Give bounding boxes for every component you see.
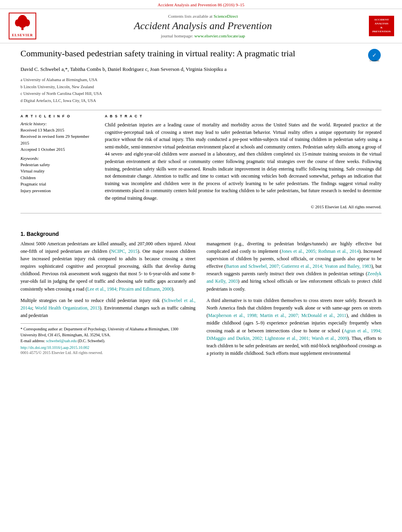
email-link[interactable]: schwebel@uab.edu: [46, 339, 77, 343]
journal-reference: Accident Analysis and Prevention 86 (201…: [0, 0, 402, 9]
right-para-2: A third alternative is to train children…: [207, 297, 382, 358]
journal-logo: ACCIDENT ANALYSIS & PREVENTION: [369, 16, 394, 36]
copyright-line: © 2015 Elsevier Ltd. All rights reserved…: [105, 204, 382, 209]
doi-link[interactable]: http://dx.doi.org/10.1016/j.aap.2015.10.…: [20, 345, 89, 350]
abstract-label: A B S T R A C T: [105, 114, 382, 118]
affiliation-a: a University of Alabama at Birmingham, U…: [20, 77, 382, 83]
journal-header: ELSEVIER Contents lists available at Sci…: [0, 9, 402, 43]
section-1-heading: 1. Background: [20, 231, 382, 237]
article-header-section: Community-based pedestrian safety traini…: [0, 43, 402, 224]
barton-link[interactable]: Barton and Schwebel, 2007; Gutierrez et …: [226, 263, 371, 269]
keyword-1: Pedestrian safety: [20, 161, 95, 168]
section-1-text: Almost 5000 American pedestrians are kil…: [20, 240, 382, 361]
footnote-divider: [20, 323, 91, 324]
issn-line: 0001-4575/© 2015 Elsevier Ltd. All right…: [20, 350, 195, 355]
crossmark-badge: ✓ CrossMark: [367, 48, 382, 62]
svg-point-2: [15, 19, 21, 26]
keyword-4: Pragmatic trial: [20, 181, 95, 187]
article-info-abstract: A R T I C L E I N F O Article history: R…: [20, 114, 382, 209]
article-info-label: A R T I C L E I N F O: [20, 114, 95, 118]
journal-title-area: Contents lists available at ScienceDirec…: [40, 12, 366, 40]
keyword-2: Virtual reality: [20, 168, 95, 174]
accepted-date: Accepted 1 October 2015: [20, 146, 95, 153]
elsevier-logo: ELSEVIER: [5, 12, 40, 40]
doi-line: http://dx.doi.org/10.1016/j.aap.2015.10.…: [20, 345, 195, 350]
history-label: Article history:: [20, 121, 95, 126]
received-date: Received 13 March 2015: [20, 127, 95, 133]
left-para-1: Almost 5000 American pedestrians are kil…: [20, 240, 195, 293]
journal-homepage-line: journal homepage: www.elsevier.com/locat…: [44, 33, 362, 38]
ncipc-link[interactable]: NCIPC, 2015: [111, 248, 138, 254]
email-note: E-mail address: schwebel@uab.edu (D.C. S…: [20, 338, 195, 344]
svg-text:CrossMark: CrossMark: [370, 59, 380, 62]
svg-point-3: [24, 19, 30, 26]
right-para-1: management (e.g., diverting to pedestria…: [207, 240, 382, 293]
keywords-label: Keywords:: [20, 156, 95, 161]
crossmark-icon: ✓ CrossMark: [367, 48, 382, 62]
zeedyk-link[interactable]: Zeedyk and Kelly, 2003: [207, 271, 382, 284]
abstract-column: A B S T R A C T Child pedestrian injurie…: [105, 114, 382, 209]
article-info-column: A R T I C L E I N F O Article history: R…: [20, 114, 95, 209]
title-row: Community-based pedestrian safety traini…: [20, 48, 382, 62]
svg-rect-4: [22, 26, 23, 30]
left-column: Almost 5000 American pedestrians are kil…: [20, 240, 195, 361]
agran-link[interactable]: Agran et al., 1994; DiMaggio and Durkin,…: [207, 328, 382, 341]
revised-date: Received in revised form 29 September 20…: [20, 133, 95, 146]
journal-logo-box: ACCIDENT ANALYSIS & PREVENTION: [366, 12, 397, 40]
who-link[interactable]: World Health Organization, 2013: [35, 305, 100, 311]
authors-line: David C. Schwebel a,*, Tabitha Combs b, …: [20, 65, 382, 74]
main-content: 1. Background Almost 5000 American pedes…: [0, 224, 402, 369]
lee-link[interactable]: Lee et al., 1984; Pitcairn and Edlmann, …: [87, 286, 172, 292]
affiliation-d: d Digital Artefacts, LLC, Iowa City, IA,…: [20, 98, 382, 104]
abstract-text: Child pedestrian injuries are a leading …: [105, 121, 382, 202]
left-para-2: Multiple strategies can be used to reduc…: [20, 297, 195, 320]
contents-available-line: Contents lists available at ScienceDirec…: [44, 14, 362, 19]
sciencedirect-link[interactable]: ScienceDirect: [214, 14, 238, 19]
macpherson-link[interactable]: Macpherson et al., 1998; Martin et al., …: [208, 313, 346, 318]
journal-ref-text: Accident Analysis and Prevention 86 (201…: [158, 2, 244, 7]
affiliation-c: c University of North Carolina Chapel Hi…: [20, 91, 382, 97]
affiliations: a University of Alabama at Birmingham, U…: [20, 77, 382, 104]
journal-title: Accident Analysis and Prevention: [44, 20, 362, 32]
jones-link[interactable]: Jones et al., 2005; Rothman et al., 2014: [281, 248, 359, 254]
right-column: management (e.g., diverting to pedestria…: [207, 240, 382, 361]
keyword-5: Injury prevention: [20, 187, 95, 194]
journal-homepage-link[interactable]: www.elsevier.com/locate/aap: [194, 33, 245, 38]
keyword-3: Children: [20, 174, 95, 181]
elsevier-tree-icon: [13, 15, 32, 31]
corresponding-author-note: * Corresponding author at: Department of…: [20, 326, 195, 338]
article-title: Community-based pedestrian safety traini…: [20, 48, 367, 59]
svg-text:✓: ✓: [372, 52, 377, 58]
divider-1: [20, 110, 382, 110]
affiliation-b: b Lincoln University, Lincoln, New Zeala…: [20, 84, 382, 91]
divider-2: [20, 213, 382, 213]
elsevier-wordmark: ELSEVIER: [12, 33, 33, 37]
